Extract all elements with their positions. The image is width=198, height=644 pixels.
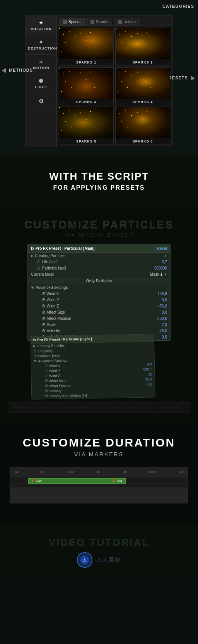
fx-panel-main: fx Pro FX Preset - Particular [Main] Res… [27, 244, 171, 341]
fx-reset-button[interactable]: Reset [157, 246, 167, 251]
watermark-logo: 人 [77, 552, 92, 568]
spark-particles-1 [59, 28, 113, 59]
fx-affectpos-label: ⏱ Affect Position [31, 316, 71, 321]
preset-label-1: SPARKS 1 [59, 59, 113, 65]
preset-label-2: SPARKS 2 [116, 59, 170, 65]
fx-row-velocity[interactable]: ⏱ Velocity 45,0 [28, 328, 170, 334]
presets-grid: SPARKS 1 SPARKS 2 SPARKS 3 [57, 26, 172, 147]
customize-title: CUSTOMIZE PARTICLES [8, 218, 190, 231]
ruler-marks: 10F 20F 01:00F 10F 20F 02:00F 10F [14, 471, 184, 474]
fx-windx-label: ⏱ Wind X [31, 292, 59, 296]
fx-light-affectpos-value: 0,0 [147, 383, 152, 386]
fx-light-velocity-label: ⏱ Velocity [34, 389, 61, 393]
ruler-mark-5: 02:00F [149, 471, 157, 473]
fx-row-windz[interactable]: ⏱ Wind Z -76,0 [28, 303, 170, 309]
ruler-mark-6: 10F [179, 471, 184, 473]
expand-icon [31, 254, 33, 258]
fx-life-label: ⏱ Life [sec] [31, 260, 58, 264]
sidebar-item-settings[interactable]: ⚙ [26, 93, 56, 110]
fx-light-velmotion-label: ⏱ Velocity from Motion [%] [34, 393, 87, 398]
reference-bar: REFERENCE EFFECTS FOR METHODS: CREATION,… [8, 402, 190, 413]
watermark-text: 人人素材 [96, 556, 121, 563]
fx-row-affectsize[interactable]: ⏱ Affect Size 0,0 [28, 309, 170, 316]
arrow-left-icon [2, 68, 6, 73]
timeline-bar[interactable]: 🚩 Start 🚩 End [28, 478, 126, 484]
fx-panel-title: fx Pro FX Preset - Particular [Main] [31, 246, 95, 251]
fx-light-windy-label: ⏱ Wind Y [34, 369, 60, 373]
fx-velmotion-value: 0,0 [162, 335, 167, 339]
preset-label-4: SPARKS 4 [116, 99, 170, 105]
tab-smoke[interactable]: Smoke [86, 18, 112, 26]
tutorial-section: VIDEO TUTORIAL 人 人人素材 [0, 525, 198, 575]
fx-row-scale[interactable]: ⏱ Scale 7,0 [28, 322, 170, 328]
fx-panel-header: fx Pro FX Preset - Particular [Main] Res… [28, 244, 170, 253]
fx-velocity-value: 45,0 [160, 329, 167, 333]
fx-windy-value: 0,0 [162, 298, 167, 302]
preset-item-3[interactable]: SPARKS 3 [59, 67, 114, 105]
spark-particles-6 [116, 107, 170, 138]
sidebar: ✦ CREATION ✦ DESTRUCTION ≈ MOTION ✺ LIGH… [26, 16, 57, 147]
fx-row-mask[interactable]: Current Mask Mask 1 ▼ [28, 271, 170, 278]
fx-windz-value: -76,0 [158, 304, 167, 308]
spark-particles-5 [59, 107, 113, 138]
preset-label-6: SPARKS 6 [116, 138, 170, 144]
collapse-icon [31, 287, 34, 289]
ui-panel-section: CATEGORIES METHODS PRESETS ✦ CREATION ✦ … [0, 0, 198, 155]
arrow-right-icon [191, 76, 195, 81]
customize-section: CUSTOMIZE PARTICLES VIA SPECIAL EFFECT f… [0, 207, 198, 421]
fx-windy-label: ⏱ Wind Y [31, 298, 59, 302]
script-title: WITH THE SCRIPT [8, 170, 190, 182]
preset-item-6[interactable]: SPARKS 6 [115, 107, 170, 145]
motion-icon: ≈ [28, 58, 55, 65]
fx-particles-value: 360000 [154, 266, 167, 270]
creation-icon: ✦ [28, 20, 55, 26]
fx-row-particles[interactable]: ⏱ Particles [sec] 360000 [28, 265, 170, 271]
fx-row-creating: Creating Particles ✓ [28, 253, 170, 259]
sparks-tab-icon [63, 20, 67, 24]
fx-panel-light-title: fx Pro FX Preset - Particular [Light ] [33, 337, 92, 342]
timeline-track-2: 🚩 Start 🚩 End [10, 477, 188, 484]
smoke-tab-icon [90, 20, 94, 24]
fx-scale-label: ⏱ Scale [31, 323, 56, 327]
fx-panel-light: fx Pro FX Preset - Particular [Light ] C… [31, 334, 155, 400]
preset-item-4[interactable]: SPARKS 4 [115, 67, 170, 105]
expand-icon [33, 345, 36, 348]
script-section: WITH THE SCRIPT FOR APPLYING PRESETS [0, 155, 198, 207]
fx-creating-value: ✓ [164, 254, 167, 258]
spark-particles-3 [59, 68, 113, 99]
preset-item-2[interactable]: SPARKS 2 [115, 28, 170, 66]
tab-unique[interactable]: Unique [114, 18, 140, 26]
fx-light-advanced-label: Advanced Settings [34, 359, 67, 363]
duration-section: CUSTOMIZE DURATION VIA MARKERS 10F 20F 0… [0, 421, 198, 525]
fx-row-windx[interactable]: ⏱ Wind X 156,8 [28, 291, 170, 297]
svg-text:人: 人 [83, 558, 87, 562]
ruler-mark-1: 20F [41, 471, 45, 473]
fx-row-advanced[interactable]: Advanced Settings [28, 285, 170, 291]
ruler-mark-2: 01:00F [67, 471, 75, 473]
dropdown-mask: Mask 1 ▼ [150, 272, 167, 276]
categories-label: CATEGORIES [162, 4, 194, 9]
timeline-end-label: 🚩 End [113, 479, 122, 483]
destruction-icon: ✦ [28, 39, 55, 45]
fx-light-windz-value: 12 [148, 373, 152, 376]
fx-row-affectpos[interactable]: ⏱ Affect Position -500,0 [28, 316, 170, 322]
fx-windz-label: ⏱ Wind Z [31, 304, 59, 308]
script-subtitle: FOR APPLYING PRESETS [8, 184, 190, 191]
preset-item-1[interactable]: SPARKS 1 [59, 28, 114, 66]
timeline: 10F 20F 01:00F 10F 20F 02:00F 10F 🚩 Star… [10, 467, 188, 503]
timeline-ruler: 10F 20F 01:00F 10F 20F 02:00F 10F [10, 467, 188, 474]
sidebar-item-light[interactable]: ✺ LIGHT [26, 74, 56, 93]
settings-icon: ⚙ [28, 98, 55, 104]
sidebar-item-creation[interactable]: ✦ CREATION [26, 16, 56, 35]
main-ui-panel: ✦ CREATION ✦ DESTRUCTION ≈ MOTION ✺ LIGH… [26, 15, 172, 147]
fx-row-life[interactable]: ⏱ Life [sec] 0,7 [28, 259, 170, 265]
fx-mask-value: Mask 1 ▼ [150, 272, 167, 276]
fx-affectsize-value: 0,0 [162, 310, 167, 314]
tutorial-title: VIDEO TUTORIAL [8, 536, 190, 548]
tab-sparks[interactable]: Sparks [59, 18, 85, 26]
sidebar-item-destruction[interactable]: ✦ DESTRUCTION [26, 35, 56, 55]
fx-affectsize-label: ⏱ Affect Size [31, 310, 65, 314]
preset-item-5[interactable]: SPARKS 5 [59, 107, 114, 145]
fx-light-windx-value: 4,0 [147, 362, 152, 366]
fx-row-windy[interactable]: ⏱ Wind Y 0,0 [28, 297, 170, 303]
